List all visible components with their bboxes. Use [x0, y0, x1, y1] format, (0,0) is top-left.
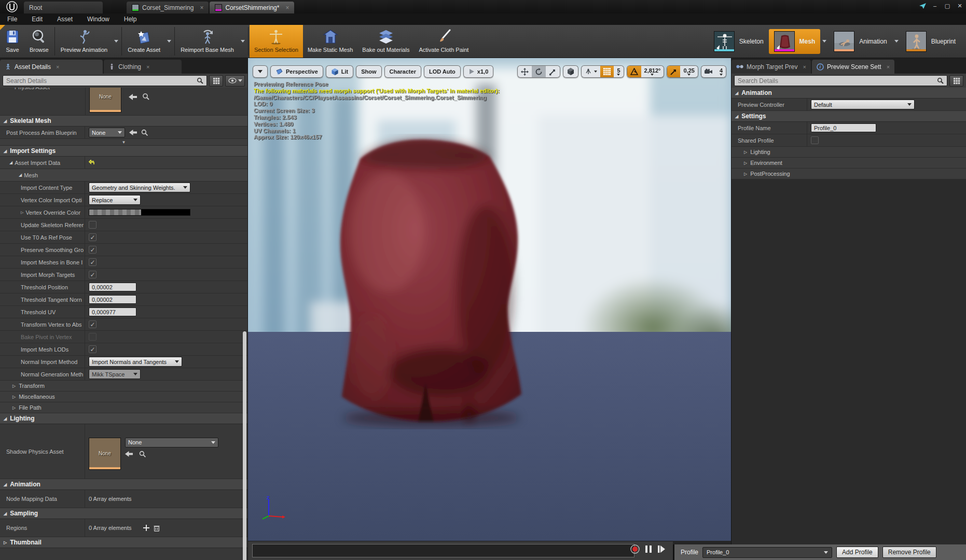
pause-button[interactable]	[645, 545, 652, 553]
share-icon[interactable]	[916, 1, 929, 11]
scale-snap-value[interactable]: 0,25	[680, 66, 697, 77]
section-header-import-settings[interactable]: ◢Import Settings	[0, 146, 247, 157]
preview-animation-button[interactable]: Preview Animation	[56, 25, 113, 58]
save-button[interactable]: Save	[0, 25, 25, 58]
import-mesh-lods-checkbox[interactable]: ✓	[89, 345, 96, 353]
viewport-options-button[interactable]	[253, 65, 268, 78]
surface-snap-button[interactable]	[582, 66, 600, 77]
preview-controller-dropdown[interactable]: Default	[811, 100, 915, 109]
add-profile-button[interactable]: Add Profile	[836, 547, 878, 558]
remove-profile-button[interactable]: Remove Profile	[882, 547, 936, 558]
reimport-base-mesh-button[interactable]: Reimport Base Mesh	[176, 25, 239, 58]
profile-dropdown[interactable]: Profile_0	[702, 547, 832, 558]
profile-name-input[interactable]: Profile_0	[811, 123, 876, 132]
tree-header-asset-import-data[interactable]: ◢Asset Import Data	[0, 157, 247, 169]
browse-button[interactable]: Browse	[25, 25, 53, 58]
caret-down-icon[interactable]	[241, 40, 245, 43]
browse-to-asset-icon[interactable]	[141, 129, 148, 136]
animation-mode-caret-icon[interactable]	[894, 40, 899, 43]
grid-snap-value[interactable]: 5	[614, 66, 623, 77]
physics-asset-thumbnail[interactable]: None	[89, 88, 121, 113]
tab-corset-simmering[interactable]: Corset_Simmering ×	[127, 2, 209, 13]
browse-to-asset-icon[interactable]	[139, 451, 146, 457]
preserve-smoothing-gro-checkbox[interactable]: ✓	[89, 246, 96, 254]
step-forward-button[interactable]	[657, 545, 666, 553]
tab-clothing[interactable]: Clothing ×	[104, 60, 182, 74]
close-icon[interactable]: ×	[200, 4, 203, 11]
create-asset-button[interactable]: Create Asset	[123, 25, 165, 58]
category-postprocessing[interactable]: ▷PostProcessing	[732, 169, 966, 179]
update-skeleton-referer-checkbox[interactable]	[89, 221, 96, 229]
transform-vertex-to-abs-checkbox[interactable]: ✓	[89, 320, 96, 328]
bake-out-materials-button[interactable]: Bake out Materials	[357, 25, 414, 58]
tab-root[interactable]: Root	[24, 2, 103, 13]
close-icon[interactable]: ×	[887, 64, 890, 70]
normal-generation-meth-dropdown[interactable]: Mikk TSpace	[89, 369, 141, 379]
scale-snap-toggle[interactable]	[667, 66, 680, 77]
import-morph-targets-checkbox[interactable]: ✓	[89, 271, 96, 278]
use-t0-as-ref-pose-checkbox[interactable]: ✓	[89, 233, 96, 241]
mesh-mode-caret-icon[interactable]	[822, 40, 826, 43]
tab-corsetshimmering[interactable]: CorsetShimmering* ×	[210, 2, 294, 13]
section-header-settings[interactable]: ◢Settings	[732, 111, 966, 122]
viewport-character-button[interactable]: Character	[384, 65, 421, 78]
close-button[interactable]: ✕	[954, 1, 966, 11]
mode-animation-button[interactable]: Animation	[829, 29, 892, 54]
record-button[interactable]	[630, 544, 640, 554]
category-lighting[interactable]: ▷Lighting	[732, 147, 966, 158]
search-input[interactable]: Search Details	[3, 75, 207, 86]
details-expander[interactable]: ▼	[0, 139, 247, 146]
tree-header-mesh[interactable]: ◢Mesh	[0, 169, 247, 181]
threshold-tangent-norn-input[interactable]: 0,00002	[89, 295, 136, 304]
close-icon[interactable]: ×	[285, 4, 289, 11]
menu-edit[interactable]: Edit	[32, 16, 43, 23]
shadow-physics-asset-thumbnail[interactable]: None	[89, 438, 121, 470]
view-options-button[interactable]	[225, 75, 245, 87]
mode-skeleton-button[interactable]: Skeleton	[709, 29, 769, 54]
close-icon[interactable]: ×	[56, 64, 59, 70]
rotate-tool-button[interactable]	[532, 66, 546, 77]
tab-preview-scene-settings[interactable]: i Preview Scene Sett ×	[812, 60, 894, 74]
viewport-show-button[interactable]: Show	[356, 65, 381, 78]
vertex-color-import-opti-dropdown[interactable]: Replace	[89, 195, 141, 205]
add-element-icon[interactable]	[143, 525, 149, 531]
search-input[interactable]: Search Details	[734, 75, 947, 86]
import-content-type-dropdown[interactable]: Geometry and Skinning Weights.	[89, 183, 190, 192]
close-icon[interactable]: ×	[146, 64, 149, 70]
category-environment[interactable]: ▷Environment	[732, 158, 966, 169]
menu-file[interactable]: File	[7, 16, 17, 23]
menu-asset[interactable]: Asset	[57, 16, 73, 23]
viewport-perspective-button[interactable]: Perspective	[270, 65, 323, 78]
translate-tool-button[interactable]	[518, 66, 532, 77]
shared-profile-checkbox[interactable]	[811, 136, 819, 144]
section-header-animation[interactable]: ◢Animation	[732, 88, 966, 99]
bake-pivot-in-vertex-checkbox[interactable]	[89, 333, 96, 341]
reset-to-default-icon[interactable]	[89, 160, 95, 166]
tab-asset-details[interactable]: Asset Details ×	[0, 60, 103, 74]
activate-cloth-paint-button[interactable]: Activate Cloth Paint	[414, 25, 473, 58]
browse-to-asset-icon[interactable]	[142, 93, 149, 100]
coordinate-system-button[interactable]	[563, 65, 578, 78]
section-selection-button[interactable]: Section Selection	[250, 25, 303, 58]
menu-window[interactable]: Window	[87, 16, 109, 23]
rotation-snap-value[interactable]: 2,812°	[641, 66, 664, 77]
display-mode-button[interactable]	[209, 75, 223, 87]
section-header-sampling[interactable]: ◢Sampling	[0, 508, 247, 519]
category-transform[interactable]: ▷Transform	[0, 381, 247, 391]
3d-viewport[interactable]: PerspectiveLitShowCharacterLOD Autox1,0 …	[248, 58, 731, 541]
threshold-uv-input[interactable]: 0,000977	[89, 307, 136, 316]
rotation-snap-toggle[interactable]	[627, 66, 641, 77]
section-header-lighting[interactable]: ◢Lighting	[0, 413, 247, 424]
post-process-anim-blueprin-dropdown[interactable]: None	[89, 128, 125, 137]
use-selected-icon[interactable]	[129, 130, 137, 135]
caret-down-icon[interactable]	[167, 40, 171, 43]
grid-snap-toggle[interactable]	[600, 66, 614, 77]
delete-elements-icon[interactable]	[154, 525, 160, 531]
category-file-path[interactable]: ▷File Path	[0, 402, 247, 413]
tab-morph-target-preview[interactable]: Morph Target Prev ×	[732, 60, 811, 74]
shadow-physics-asset-dropdown[interactable]: None	[125, 438, 218, 447]
close-icon[interactable]: ×	[803, 64, 806, 70]
use-selected-icon[interactable]	[129, 94, 137, 100]
timeline-scrubber[interactable]	[252, 544, 634, 557]
viewport-lod-auto-button[interactable]: LOD Auto	[424, 65, 461, 78]
